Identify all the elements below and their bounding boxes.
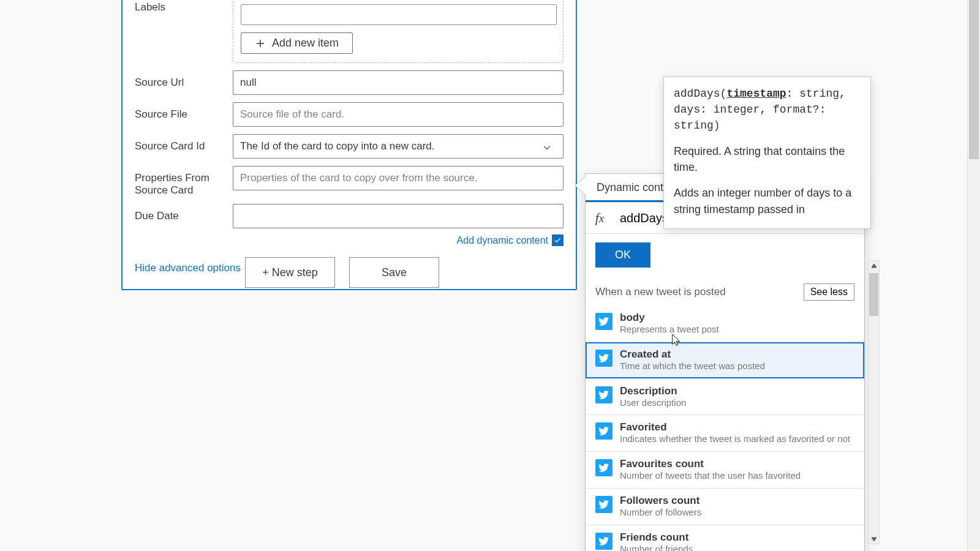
fx-icon: fx <box>586 210 614 226</box>
picker-item-description[interactable]: DescriptionUser description <box>586 379 864 416</box>
picker-item-title: Favourites count <box>620 458 801 470</box>
picker-item-title: Description <box>620 385 686 397</box>
due-date-label: Due Date <box>135 204 233 222</box>
picker-item-desc: Indicates whether the tweet is marked as… <box>620 433 850 445</box>
twitter-icon <box>595 386 612 403</box>
tooltip-description: Adds an integer number of days to a stri… <box>674 185 861 217</box>
picker-item-friends-count[interactable]: Friends countNumber of friends <box>586 525 864 552</box>
picker-item-title: Friends count <box>620 531 693 544</box>
source-file-label: Source File <box>135 102 233 121</box>
source-url-label: Source Url <box>135 70 233 89</box>
action-card: Labels Add new item Source Url null Sour… <box>121 0 577 290</box>
source-card-id-label: Source Card Id <box>135 134 233 152</box>
page-scrollbar-thumb[interactable] <box>969 0 979 159</box>
props-from-source-label: Properties From Source Card <box>135 166 233 197</box>
twitter-icon <box>595 496 612 513</box>
source-file-input[interactable]: Source file of the card. <box>233 102 564 127</box>
expression-tooltip: addDays(timestamp: string, days: integer… <box>663 77 871 229</box>
picker-item-title: body <box>620 312 719 324</box>
picker-item-desc: Time at which the tweet was posted <box>620 361 765 372</box>
picker-item-created-at[interactable]: Created atTime at which the tweet was po… <box>586 342 864 379</box>
tooltip-signature: addDays(timestamp: string, days: integer… <box>674 86 861 133</box>
picker-scrollbar[interactable] <box>868 260 880 544</box>
add-new-item-label: Add new item <box>272 37 339 50</box>
source-card-id-placeholder: The Id of the card to copy into a new ca… <box>240 140 435 152</box>
panel-callout-arrow <box>575 177 586 194</box>
labels-label: Labels <box>135 0 233 13</box>
add-new-item-button[interactable]: Add new item <box>241 32 353 54</box>
twitter-icon <box>595 350 612 367</box>
picker-item-favorited[interactable]: FavoritedIndicates whether the tweet is … <box>586 415 864 452</box>
label-item-input[interactable] <box>241 4 557 25</box>
add-dynamic-content-link[interactable]: Add dynamic content <box>457 235 548 246</box>
dynamic-content-list: bodyRepresents a tweet postCreated atTim… <box>586 305 864 551</box>
expression-panel: Dynamic content Expression fx OK When a … <box>585 173 865 551</box>
dynamic-content-icon[interactable] <box>552 234 564 246</box>
page-scrollbar[interactable] <box>967 0 980 551</box>
picker-item-desc: Represents a tweet post <box>620 324 719 335</box>
scroll-down-icon[interactable] <box>870 536 877 542</box>
labels-repeater: Add new item <box>233 0 564 63</box>
save-button[interactable]: Save <box>349 257 439 288</box>
scrollbar-thumb[interactable] <box>869 273 878 316</box>
svg-marker-0 <box>872 264 876 268</box>
picker-item-desc: Number of friends <box>620 544 693 552</box>
tooltip-required-text: Required. A string that contains the tim… <box>674 143 861 175</box>
source-url-input[interactable]: null <box>233 70 564 95</box>
labels-block: Labels Add new item <box>135 0 564 63</box>
twitter-icon <box>595 459 612 476</box>
picker-item-body[interactable]: bodyRepresents a tweet post <box>586 305 864 342</box>
picker-item-title: Favorited <box>620 421 850 433</box>
ok-button[interactable]: OK <box>595 242 650 268</box>
picker-item-desc: Number of tweets that the user has favor… <box>620 470 801 482</box>
picker-item-followers-count[interactable]: Followers countNumber of followers <box>586 489 864 525</box>
svg-marker-1 <box>872 538 876 541</box>
picker-item-title: Created at <box>620 348 765 361</box>
chevron-down-icon <box>542 143 552 152</box>
advanced-options-label: Hide advanced options <box>135 262 241 274</box>
picker-item-title: Followers count <box>620 495 701 507</box>
due-date-input[interactable] <box>233 204 564 228</box>
tooltip-sig-param: timestamp <box>726 88 786 100</box>
see-less-button[interactable]: See less <box>804 283 854 301</box>
plus-icon <box>255 38 266 49</box>
scroll-up-icon[interactable] <box>870 262 877 269</box>
tooltip-sig-pre: addDays( <box>674 88 726 100</box>
picker-item-desc: Number of followers <box>620 507 701 519</box>
twitter-icon <box>595 533 612 550</box>
twitter-icon <box>595 422 612 440</box>
picker-item-favourites-count[interactable]: Favourites countNumber of tweets that th… <box>586 452 864 489</box>
new-step-button[interactable]: + New step <box>245 257 335 288</box>
source-card-id-select[interactable]: The Id of the card to copy into a new ca… <box>233 134 564 159</box>
props-from-source-input[interactable]: Properties of the card to copy over from… <box>233 166 564 190</box>
twitter-icon <box>595 313 612 330</box>
picker-item-desc: User description <box>620 397 686 409</box>
picker-source-header: When a new tweet is posted <box>595 286 726 298</box>
